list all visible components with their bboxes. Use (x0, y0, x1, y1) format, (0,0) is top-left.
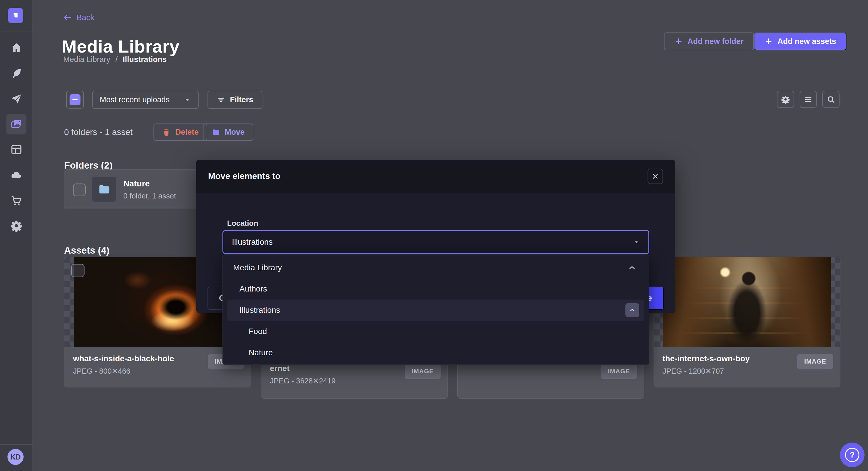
folder-icon (97, 183, 111, 196)
select-all-checkbox[interactable] (66, 91, 84, 108)
breadcrumb: Media Library / Illustrations (63, 55, 167, 64)
tree-item-illustrations[interactable]: Illustrations (227, 300, 644, 321)
sidebar-item-media-library[interactable] (6, 114, 26, 134)
breadcrumb-separator: / (116, 55, 118, 64)
add-new-folder-label: Add new folder (687, 37, 744, 46)
sidebar-item-content-type-builder[interactable] (6, 63, 26, 83)
move-button[interactable]: Move (203, 124, 253, 141)
page-title: Media Library (62, 36, 180, 57)
asset-type-badge: IMAGE (797, 354, 833, 369)
arrow-left-icon (63, 13, 72, 23)
folder-icon-tile (92, 177, 116, 202)
chevron-up-icon[interactable] (628, 263, 636, 272)
folder-checkbox[interactable] (73, 183, 86, 196)
gear-icon (10, 220, 23, 232)
settings-view-button[interactable] (777, 91, 794, 108)
add-new-assets-button[interactable]: Add new assets (754, 32, 846, 50)
asset-info: the-internet-s-own-boy JPEG - 1200✕707 I… (654, 347, 840, 387)
caret-down-icon (633, 239, 640, 245)
tree-item-label: Nature (249, 348, 273, 357)
layout-icon (10, 143, 23, 156)
delete-label: Delete (175, 128, 198, 137)
back-link[interactable]: Back (63, 13, 94, 23)
tree-item-media-library[interactable]: Media Library (223, 257, 649, 278)
tree-item-nature[interactable]: Nature (223, 342, 649, 363)
location-combobox[interactable]: Illustrations (222, 230, 649, 254)
breadcrumb-parent[interactable]: Media Library (63, 55, 111, 64)
add-new-assets-label: Add new assets (777, 37, 836, 46)
caret-down-icon (184, 96, 191, 104)
tree-item-label: Authors (240, 284, 267, 294)
add-new-folder-button[interactable]: Add new folder (664, 32, 754, 50)
location-dropdown: Media Library Authors Illustrations Food… (222, 255, 649, 365)
selection-summary: 0 folders - 1 asset (64, 127, 132, 137)
sidebar-divider (0, 32, 32, 32)
delete-button[interactable]: Delete (153, 124, 207, 141)
avatar[interactable]: KD (7, 449, 24, 465)
filter-icon (217, 96, 225, 104)
help-button[interactable]: ? (840, 443, 865, 467)
asset-type-badge: IMAGE (405, 364, 441, 379)
library-photo-image (663, 257, 831, 347)
modal-header: Move elements to (196, 160, 675, 193)
tree-item-authors[interactable]: Authors (223, 278, 649, 300)
sidebar-item-releases[interactable] (6, 89, 26, 109)
sidebar-item-marketplace[interactable] (6, 190, 26, 210)
asset-preview (654, 257, 840, 347)
plus-icon (764, 37, 773, 46)
asset-card-internet-s-own-boy[interactable]: the-internet-s-own-boy JPEG - 1200✕707 I… (654, 257, 840, 388)
sort-select-value: Most recent uploads (100, 95, 169, 104)
tree-item-label: Food (249, 327, 267, 336)
sidebar-item-home[interactable] (6, 38, 26, 58)
sidebar-item-content-manager[interactable] (6, 139, 26, 160)
collapse-button[interactable] (625, 303, 639, 317)
asset-type-badge: IMAGE (601, 364, 637, 379)
trash-icon (162, 128, 171, 136)
folder-meta: 0 folder, 1 asset (123, 192, 176, 200)
home-icon (10, 42, 23, 54)
tree-item-food[interactable]: Food (223, 321, 649, 342)
assets-heading: Assets (4) (64, 245, 110, 256)
filters-button[interactable]: Filters (208, 91, 262, 109)
move-label: Move (225, 128, 245, 137)
location-label: Location (227, 219, 258, 228)
sidebar-divider (0, 444, 32, 445)
media-library-icon (10, 118, 23, 131)
asset-checkbox[interactable] (71, 264, 85, 277)
chevron-up-icon (628, 306, 636, 314)
breadcrumb-current: Illustrations (123, 55, 167, 64)
shopping-cart-icon (10, 194, 23, 207)
location-value: Illustrations (232, 237, 273, 247)
gear-icon (781, 95, 790, 104)
plus-icon (674, 37, 683, 46)
sidebar-item-deploy[interactable] (6, 165, 26, 185)
folder-icon (212, 128, 220, 136)
sidebar-item-settings[interactable] (6, 215, 26, 236)
feather-icon (10, 67, 23, 79)
search-icon (826, 95, 836, 104)
strapi-logo-icon (11, 11, 21, 21)
sort-select[interactable]: Most recent uploads (92, 91, 198, 109)
list-icon (804, 95, 813, 104)
question-mark-icon: ? (845, 448, 859, 462)
strapi-logo[interactable] (8, 8, 23, 23)
tree-item-label: Illustrations (240, 306, 280, 315)
filters-label: Filters (230, 95, 253, 104)
back-label: Back (76, 13, 94, 22)
sidebar: KD (0, 0, 33, 471)
media-library-page: KD Back Media Library Media Library / Il… (0, 0, 868, 471)
folder-name: Nature (123, 179, 150, 189)
modal-title: Move elements to (208, 171, 281, 181)
list-view-button[interactable] (800, 91, 817, 108)
checkbox-indeterminate (69, 94, 81, 105)
search-button[interactable] (822, 91, 840, 108)
paper-plane-icon (10, 93, 23, 105)
close-icon (652, 173, 659, 180)
tree-item-label: Media Library (233, 263, 282, 272)
close-button[interactable] (648, 169, 663, 184)
cloud-icon (10, 169, 23, 181)
